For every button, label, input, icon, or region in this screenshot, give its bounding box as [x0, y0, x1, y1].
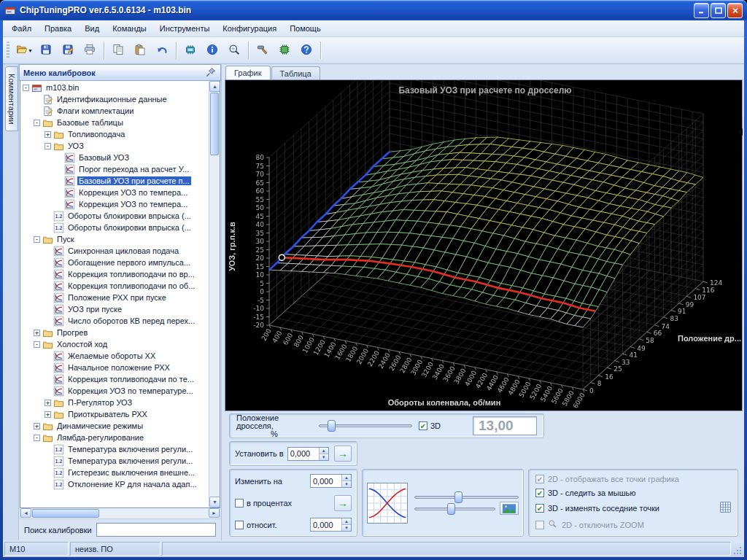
tree-expander[interactable]: +	[44, 411, 51, 418]
tree-expander[interactable]: -	[34, 341, 40, 348]
tree-item[interactable]: Флаги комплектации	[20, 105, 209, 117]
apply-set-button[interactable]: →	[334, 446, 352, 462]
tree-item[interactable]: Коррекция топливоподачи по те...	[20, 373, 209, 385]
slider-thumb[interactable]	[454, 491, 462, 503]
tree-expander[interactable]: -	[44, 143, 51, 149]
tree-item[interactable]: Синхронная цикловая подача	[20, 245, 209, 257]
maximize-button[interactable]	[711, 3, 726, 18]
spin-down-icon[interactable]: ▼	[342, 481, 351, 487]
spin-up-icon[interactable]: ▲	[342, 475, 351, 481]
option-3d-follow-mouse[interactable]: ✔3D - следить за мышью	[535, 489, 731, 497]
3d-checkbox[interactable]: ✔ 3D	[419, 421, 441, 430]
tree-item[interactable]: -Пуск	[20, 233, 209, 245]
spin-down-icon[interactable]: ▼	[342, 525, 351, 531]
chip-button[interactable]	[274, 40, 295, 61]
comments-tab[interactable]: Комментарии	[5, 66, 18, 131]
tree-expander[interactable]: -	[34, 120, 40, 126]
apply-change-button[interactable]: →	[334, 495, 352, 511]
tree-item[interactable]: Положение РХХ при пуске	[20, 292, 209, 303]
tab-table[interactable]: Таблица	[271, 66, 320, 79]
tree-item[interactable]: 1.2Обороты блокировки впрыска (...	[20, 210, 209, 222]
menu-item-help[interactable]: Помощь	[283, 22, 328, 35]
tree-item[interactable]: -m103.bin	[20, 82, 209, 93]
print-button[interactable]	[79, 40, 101, 61]
pin-icon[interactable]	[205, 66, 217, 79]
scroll-up-button[interactable]: ▲	[209, 81, 220, 92]
menu-item-tools[interactable]: Инструменты	[153, 22, 217, 35]
tree-item[interactable]: +Прогрев	[20, 327, 209, 338]
splitter-arrow[interactable]	[738, 128, 743, 136]
save-button[interactable]	[35, 40, 57, 61]
smoothing-slider-2[interactable]	[414, 502, 495, 514]
scroll-down-button[interactable]: ▼	[209, 497, 220, 508]
tree-item[interactable]: Коррекция топливоподачи по вр...	[20, 268, 209, 280]
tree-item[interactable]: 1.2Гистерезис выключения внешне...	[20, 467, 209, 478]
tree-item[interactable]: Число оборотов КВ перед перех...	[20, 315, 209, 327]
tree-item[interactable]: 1.2Температура включения регули...	[20, 443, 209, 455]
tree-item[interactable]: Базовый УОЗ	[20, 152, 209, 163]
tree-item[interactable]: Коррекция УОЗ по температуре...	[20, 385, 209, 397]
tree-item[interactable]: +Динамические режимы	[20, 420, 209, 432]
option-3d-edit-neighbors[interactable]: ✔3D - изменять соседние точки	[535, 502, 731, 514]
tree-item[interactable]: +Топливоподача	[20, 128, 209, 140]
change-by-value-field[interactable]	[311, 475, 341, 487]
tab-graph[interactable]: График	[225, 66, 271, 79]
copy-button[interactable]	[107, 40, 129, 61]
tree-vertical-scrollbar[interactable]: ▲ ▼	[209, 81, 220, 508]
percent-checkbox[interactable]: в процентах	[235, 499, 330, 508]
grid-icon[interactable]	[720, 502, 731, 514]
menu-item-edit[interactable]: Правка	[38, 22, 78, 35]
spin-down-icon[interactable]: ▼	[320, 454, 328, 460]
scroll-thumb[interactable]	[32, 509, 99, 518]
tree-item[interactable]: 1.2Обороты блокировки впрыска (...	[20, 222, 209, 233]
checkbox-box[interactable]: ✔	[419, 421, 427, 430]
tree-item[interactable]: -Холостой ход	[20, 338, 209, 350]
scroll-left-button[interactable]: ◄	[20, 508, 31, 518]
tools-button[interactable]	[252, 40, 274, 61]
info-button[interactable]	[201, 40, 223, 61]
tree-item[interactable]: Обогащение первого импульса...	[20, 257, 209, 268]
menu-item-view[interactable]: Вид	[78, 22, 106, 35]
open-file-button[interactable]: ▾	[13, 40, 35, 61]
scroll-thumb[interactable]	[210, 93, 219, 155]
tree-item[interactable]: 1.2Температура включения регули...	[20, 455, 209, 467]
paste-button[interactable]	[129, 40, 151, 61]
menu-item-commands[interactable]: Команды	[106, 22, 153, 35]
relative-checkbox[interactable]: относит.	[235, 521, 306, 529]
checkbox-box[interactable]	[235, 521, 244, 529]
tree-item[interactable]: Коррекция УОЗ по темпера...	[20, 198, 209, 210]
tree-item[interactable]: Идентификационные данные	[20, 93, 209, 105]
help-button[interactable]	[295, 40, 317, 61]
interpolate-button[interactable]	[500, 502, 519, 515]
relative-value-field[interactable]	[311, 518, 341, 531]
read-module-button[interactable]	[179, 40, 201, 61]
tree-expander[interactable]: -	[34, 236, 40, 243]
tree-expander[interactable]: -	[34, 435, 40, 441]
tree-item[interactable]: Коррекция УОЗ по темпера...	[20, 187, 209, 198]
spin-up-icon[interactable]: ▲	[342, 518, 351, 525]
set-to-value-field[interactable]	[288, 448, 319, 460]
tree-horizontal-scrollbar[interactable]: ◄ ►	[20, 508, 220, 519]
checkbox-box[interactable]	[235, 499, 244, 508]
tree-item[interactable]: Порог перехода на расчет У...	[20, 163, 209, 175]
slider-thumb[interactable]	[447, 503, 455, 515]
tree-item[interactable]: Коррекция топливоподачи по об...	[20, 280, 209, 292]
tree-expander[interactable]: +	[34, 330, 40, 336]
zoom-button[interactable]	[223, 40, 245, 61]
tree-expander[interactable]: +	[44, 400, 51, 406]
tree-expander[interactable]: -	[23, 85, 29, 91]
tree-item[interactable]: +П-Регулятор УОЗ	[20, 397, 209, 408]
tree-item[interactable]: Желаемые обороты ХХ	[20, 350, 209, 362]
dropdown-arrow-icon[interactable]: ▾	[28, 47, 31, 54]
tree-item[interactable]: УОЗ при пуске	[20, 303, 209, 315]
tree-item[interactable]: -Лямбда-регулирование	[20, 432, 209, 443]
throttle-slider[interactable]	[319, 419, 412, 432]
tree-item[interactable]: 1.2Отклонение КР для начала адап...	[20, 478, 209, 490]
tree-expander[interactable]: +	[34, 423, 40, 429]
surface-chart[interactable]	[225, 80, 742, 411]
slider-thumb[interactable]	[328, 420, 336, 432]
undo-button[interactable]	[151, 40, 173, 61]
tree-item-selected[interactable]: Базовый УОЗ при расчете п...	[20, 175, 209, 187]
scroll-right-button[interactable]: ►	[209, 508, 220, 518]
minimize-button[interactable]	[694, 3, 709, 18]
